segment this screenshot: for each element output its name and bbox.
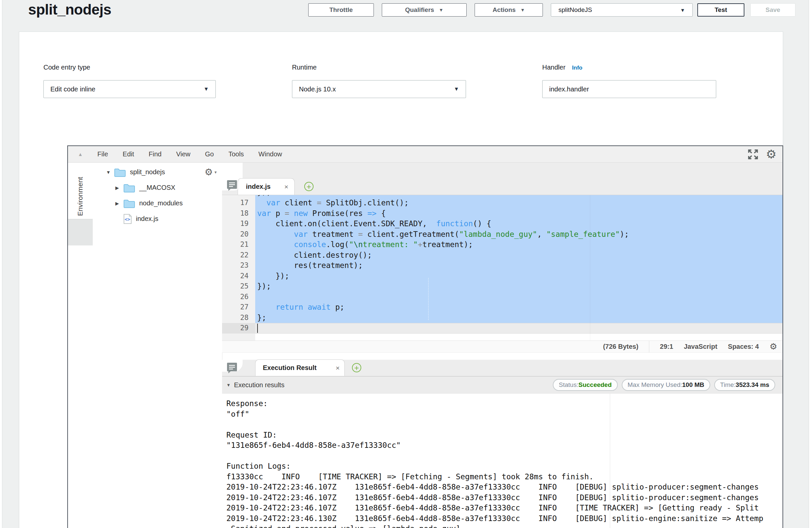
code-line-partial[interactable]: }); [255,195,783,198]
tree-settings-gear-icon[interactable]: ⚙▼ [204,166,217,178]
gutter-line-29: 29 [222,323,255,334]
cursor-position[interactable]: 29:1 [660,343,673,350]
log-line: 2019-10-24T22:23:46.130Z 131e865f-6eb4-4… [226,513,783,524]
actions-button[interactable]: Actions ▼ [475,3,543,17]
code-line-27[interactable]: return await p; [255,302,783,313]
chevron-down-icon: ▼ [680,7,685,13]
gutter-line-25: 25 [222,281,255,292]
file-tree: ▼split_nodejs⚙▼▶__MACOSX▶node_modules<>i… [93,164,222,226]
tree-item-node_modules[interactable]: ▶node_modules [93,195,222,211]
print-margin [610,394,610,528]
tab-list-icon[interactable] [227,180,237,191]
gutter-line-21: 21 [222,239,255,250]
close-icon[interactable]: × [331,364,340,372]
close-icon[interactable]: × [280,183,288,191]
line-number-gutter: 17181920212223242526272829 [222,195,255,340]
chevron-down-icon: ▼ [520,7,525,13]
code-line-18[interactable]: var p = new Promise(res => { [255,208,783,219]
folder-icon [123,183,135,193]
vertical-tabstrip [68,219,93,246]
throttle-button[interactable]: Throttle [308,3,374,17]
indentation-setting[interactable]: Spaces: 4 [728,343,759,350]
gutter-line-19: 19 [222,219,255,229]
tree-item-split_nodejs[interactable]: ▼split_nodejs⚙▼ [93,164,222,180]
execution-results-toggle[interactable]: ▼ Execution results [226,381,284,389]
tree-item-__MACOSX[interactable]: ▶__MACOSX [93,180,222,195]
code-line-21[interactable]: console.log("\ntreatment: "+treatment); [255,239,783,250]
function-code-card: Function codeInfo Code entry type Runtim… [19,31,783,528]
handler-input[interactable] [542,80,716,98]
language-mode[interactable]: JavaScript [684,343,717,350]
tree-item-label: __MACOSX [139,184,175,191]
new-tab-icon[interactable]: + [352,363,361,372]
fullscreen-icon[interactable] [748,149,759,160]
new-tab-icon[interactable]: + [304,182,314,191]
gutter-cell [222,195,255,198]
gutter-line-24: 24 [222,271,255,281]
log-line: Response: [226,398,783,409]
menu-window[interactable]: Window [259,150,282,158]
code-entry-type-select[interactable]: Edit code inline ▼ [43,80,216,98]
code-line-29[interactable] [255,323,783,334]
tree-expander-icon[interactable]: ▶ [115,201,123,206]
menu-go[interactable]: Go [205,150,214,158]
page-scrollbar-track[interactable] [809,0,812,528]
editor-settings-gear-icon[interactable]: ⚙ [766,149,777,160]
tree-expander-icon[interactable]: ▼ [106,170,114,175]
menu-tools[interactable]: Tools [228,150,244,158]
log-line [226,419,783,430]
code-line-26[interactable] [255,292,783,303]
chevron-down-icon: ▼ [203,86,209,92]
menu-file[interactable]: File [98,150,108,158]
save-button[interactable]: Save [750,3,795,17]
tree-item-index.js[interactable]: <>index.js [93,211,222,226]
code-line-25[interactable]: }); [255,281,783,292]
page-left-edge [0,0,2,528]
code-line-22[interactable]: client.destroy(); [255,250,783,261]
handler-info-link[interactable]: Info [572,64,582,71]
code-line-23[interactable]: res(treatment); [255,260,783,271]
statusbar-divider [649,341,649,352]
qualifiers-button[interactable]: Qualifiers ▼ [382,3,467,17]
log-line: f13330cc INFO [TIME TRACKER] => [Fetchin… [226,472,783,482]
code-pane[interactable]: 17181920212223242526272829 }); var clien… [222,195,783,340]
results-tabstrip: Execution Result × + [222,360,783,376]
gutter-line-17: 17 [222,198,255,208]
code-line-17[interactable]: var client = SplitObj.client(); [255,198,783,208]
gutter-line-23: 23 [222,260,255,271]
test-event-select[interactable]: splitNodeJS ▼ [551,3,693,17]
page-title: split_nodejs [28,1,111,18]
tree-item-label: node_modules [139,200,183,207]
collapse-menubar-icon[interactable]: ▲ [78,151,83,157]
save-label: Save [766,6,780,14]
menu-find[interactable]: Find [149,150,162,158]
tab-execution-result[interactable]: Execution Result × [255,360,345,376]
test-button[interactable]: Test [697,3,744,17]
gutter-line-18: 18 [222,208,255,219]
code-line-24[interactable]: }); [255,271,783,281]
chevron-down-icon: ▼ [454,86,459,92]
tree-expander-icon[interactable]: ▶ [115,185,123,190]
gutter-line-20: 20 [222,229,255,240]
code-line-28[interactable]: }; [255,313,783,323]
environment-tab-label: Environment [76,165,84,228]
code-line-19[interactable]: client.on(client.Event.SDK_READY, functi… [255,219,783,229]
menu-view[interactable]: View [176,150,190,158]
text-cursor [257,324,258,333]
menu-edit[interactable]: Edit [122,150,134,158]
tab-list-icon[interactable] [227,362,237,373]
js-file-icon: <> [123,214,132,224]
code-line-20[interactable]: var treatment = client.getTreatment("lam… [255,229,783,240]
runtime-select[interactable]: Node.js 10.x ▼ [292,80,466,98]
test-event-value: splitNodeJS [559,6,592,14]
log-line: Sanitized and processed value => [lambda… [226,524,783,528]
handler-label-text: Handler [542,63,565,71]
actions-label: Actions [493,6,516,14]
svg-text:<>: <> [125,217,130,222]
execution-log-pane[interactable]: Response:"off" Request ID:"131e865f-6eb4… [222,394,783,528]
handler-label: HandlerInfo [542,63,582,71]
statusbar-gear-icon[interactable]: ⚙ [770,341,777,352]
gutter-line-22: 22 [222,250,255,261]
triangle-down-icon: ▼ [226,383,231,387]
tab-index-js[interactable]: index.js × [238,178,295,195]
